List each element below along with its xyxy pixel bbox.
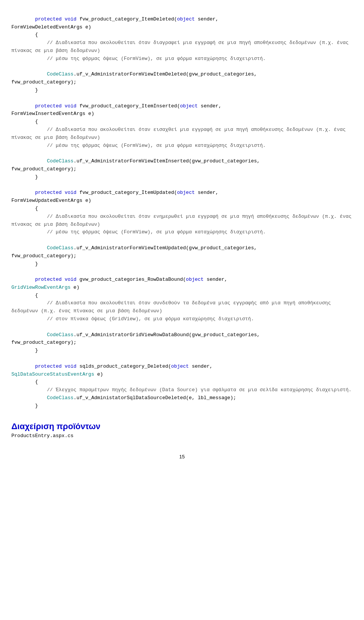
keyword-void-5: void — [64, 364, 76, 369]
line-20 — [11, 182, 14, 188]
keyword-void-1: void — [64, 16, 76, 22]
line-35: // στον πίνακα όψεως (GridView), σε μια … — [11, 316, 254, 322]
line-8: fvw_product_category); — [11, 79, 77, 85]
line-11: protected void fvw_product_category_Item… — [11, 103, 221, 109]
line-39: } — [11, 348, 38, 353]
keyword-void-4: void — [64, 277, 76, 282]
codeclass-4: CodeClass — [47, 332, 74, 338]
line-12: FormViewInsertedEventArgs e) — [11, 111, 94, 116]
line-9: } — [11, 87, 38, 93]
line-17: CodeClass.uf_v_AdministratorFormViewItem… — [11, 158, 260, 164]
keyword-object-1: object — [177, 16, 195, 22]
line-36 — [11, 324, 14, 330]
comment-7: // Διαδικασία που ακολουθείται όταν συνδ… — [11, 300, 334, 314]
line-18: fvw_product_category); — [11, 166, 77, 172]
line-13: { — [11, 119, 38, 124]
section-heading-1: Διαχείριση προϊόντων — [11, 422, 353, 431]
line-10 — [11, 95, 14, 101]
code-content: protected void fvw_product_category_Item… — [11, 8, 353, 410]
line-30 — [11, 269, 14, 274]
line-7: CodeClass.uf_v_AdministratorFormViewItem… — [11, 71, 257, 77]
keyword-object-2: object — [180, 103, 198, 109]
comment-2: // μέσω της φόρμας όψεως (FormView), σε … — [47, 56, 266, 61]
line-33: { — [11, 293, 38, 298]
line-23: { — [11, 206, 38, 211]
line-42: SqlDataSourceStatusEventArgs e) — [11, 371, 103, 377]
comment-6: // μέσω της φόρμας όψεως (FormView), σε … — [47, 229, 266, 235]
comment-3: // Διαδικασία που ακολουθείται όταν εισα… — [11, 127, 348, 140]
line-29: } — [11, 261, 38, 267]
comment-8: // στον πίνακα όψεως (GridView), σε μια … — [47, 316, 254, 322]
line-6 — [11, 64, 14, 69]
line-43: { — [11, 379, 38, 385]
line-15: // μέσω της φόρμας όψεως (FormView), σε … — [11, 143, 266, 148]
line-28: fvw_product_category); — [11, 253, 77, 259]
line-40 — [11, 356, 14, 361]
page-number: 15 — [11, 454, 353, 459]
type-sqldatasource: SqlDataSourceStatusEventArgs — [11, 371, 94, 377]
line-27: CodeClass.uf_v_AdministratorFormViewItem… — [11, 245, 257, 251]
comment-1: // Διαδικασία που ακολουθείται όταν διαγ… — [11, 40, 351, 54]
keyword-object-4: object — [186, 277, 204, 282]
line-19: } — [11, 174, 38, 180]
line-41: protected void sqlds_product_category_De… — [11, 364, 213, 369]
keyword-void-3: void — [64, 190, 76, 195]
keyword-protected-5: protected — [35, 364, 61, 369]
codeclass-2: CodeClass — [47, 158, 74, 164]
line-37: CodeClass.uf_v_AdministratorGridViewRowD… — [11, 332, 260, 338]
keyword-protected-3: protected — [35, 190, 61, 195]
keyword-object-3: object — [177, 190, 195, 195]
line-5: // μέσω της φόρμας όψεως (FormView), σε … — [11, 56, 266, 61]
keyword-void-2: void — [64, 103, 76, 109]
type-gridview: GridViewRowEventArgs — [11, 285, 71, 290]
section-subtitle-1: ProductsEntry.aspx.cs — [11, 433, 353, 439]
line-45: CodeClass.uf_v_AdministatorSqlDataSource… — [11, 395, 236, 401]
comment-5: // Διαδικασία που ακολουθείται όταν ενημ… — [11, 214, 355, 227]
codeclass-3: CodeClass — [47, 245, 74, 251]
line-1: protected void fvw_product_category_Item… — [11, 16, 218, 22]
line-31: protected void gvw_product_categories_Ro… — [11, 277, 228, 282]
line-44: // Έλεγχος παραμέτρων πηγής δεδομένων (D… — [11, 387, 351, 393]
line-21: protected void fvw_product_category_Item… — [11, 190, 218, 195]
comment-4: // μέσω της φόρμας όψεως (FormView), σε … — [47, 143, 266, 148]
line-24: // Διαδικασία που ακολουθείται όταν ενημ… — [11, 214, 355, 227]
line-22: FormViewUpdatedEventArgs e) — [11, 198, 91, 203]
line-2: FormViewDeletedEventArgs e) — [11, 24, 91, 30]
line-3: { — [11, 32, 38, 38]
line-38: fvw_product_category); — [11, 340, 77, 345]
comment-9: // Έλεγχος παραμέτρων πηγής δεδομένων (D… — [47, 387, 352, 393]
line-46: } — [11, 403, 38, 409]
codeclass-1: CodeClass — [47, 71, 74, 77]
line-4: // Διαδικασία που ακολουθείται όταν διαγ… — [11, 40, 351, 54]
keyword-protected-1: protected — [35, 16, 61, 22]
line-34: // Διαδικασία που ακολουθείται όταν συνδ… — [11, 300, 334, 314]
keyword-object-5: object — [171, 364, 189, 369]
line-14: // Διαδικασία που ακολουθείται όταν εισα… — [11, 127, 348, 140]
line-32: GridViewRowEventArgs e) — [11, 285, 79, 290]
line-25: // μέσω της φόρμας όψεως (FormView), σε … — [11, 229, 266, 235]
line-26 — [11, 237, 14, 243]
keyword-protected-4: protected — [35, 277, 61, 282]
codeclass-5: CodeClass — [47, 395, 74, 401]
keyword-protected-2: protected — [35, 103, 61, 109]
line-16 — [11, 150, 14, 156]
